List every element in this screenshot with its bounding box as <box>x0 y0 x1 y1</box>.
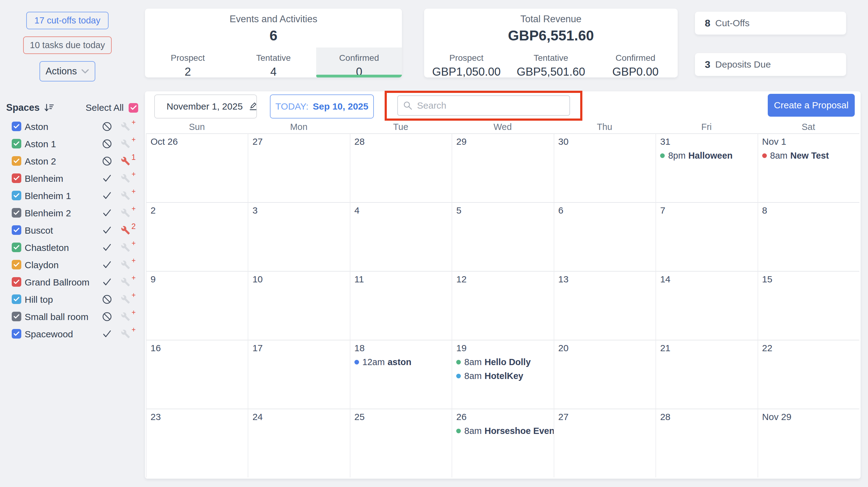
calendar-day-cell[interactable]: 3 <box>248 202 349 271</box>
space-checkbox[interactable] <box>12 295 21 304</box>
create-proposal-button[interactable]: Create a Proposal <box>768 94 855 117</box>
calendar-day-cell[interactable]: 13 <box>554 271 655 340</box>
calendar-day-cell[interactable]: Nov 29 <box>757 408 859 478</box>
space-row[interactable]: Claydon + <box>0 256 142 273</box>
calendar-day-cell[interactable]: 30 <box>554 133 655 202</box>
stat-confirmed[interactable]: Confirmed GBP0.00 <box>593 48 678 78</box>
calendar-day-cell[interactable]: 16 <box>146 340 248 408</box>
calendar-event[interactable]: 8am HotelKey <box>456 371 552 381</box>
calendar-day-cell[interactable]: 20 <box>554 340 655 408</box>
calendar-event[interactable]: 12am aston <box>354 357 450 367</box>
calendar-day-cell[interactable]: 24 <box>248 408 349 478</box>
calendar-day-cell[interactable]: 19 8am Hello Dolly 8am HotelKey <box>452 340 553 408</box>
space-checkbox[interactable] <box>12 139 21 148</box>
availability-check-icon[interactable] <box>102 173 112 184</box>
today-button[interactable]: TODAY: Sep 10, 2025 <box>270 94 374 119</box>
edit-date-icon[interactable] <box>248 101 259 112</box>
calendar-day-cell[interactable]: 8 <box>757 202 859 271</box>
actions-dropdown-button[interactable]: Actions <box>39 61 95 82</box>
ban-icon[interactable] <box>102 156 112 166</box>
calendar-event[interactable]: 8am Horseshoe Event <box>456 426 552 436</box>
calendar-day-cell[interactable]: 18 12am aston <box>350 340 452 408</box>
calendar-day-cell[interactable]: 21 <box>655 340 757 408</box>
space-checkbox[interactable] <box>12 329 21 339</box>
select-all-checkbox[interactable] <box>129 103 138 113</box>
space-row[interactable]: Blenheim + <box>0 170 142 187</box>
stat-confirmed-selected[interactable]: Confirmed 0 <box>316 48 402 78</box>
space-checkbox[interactable] <box>12 156 21 166</box>
wrench-icon[interactable]: 1 <box>121 156 131 166</box>
wrench-icon[interactable]: + <box>121 312 131 322</box>
calendar-day-cell[interactable]: 15 <box>757 271 859 340</box>
space-checkbox[interactable] <box>12 260 21 269</box>
wrench-icon[interactable]: + <box>121 139 131 149</box>
space-row[interactable]: Grand Ballroom + <box>0 273 142 291</box>
calendar-event[interactable]: 8am Hello Dolly <box>456 357 552 367</box>
wrench-icon[interactable]: + <box>121 191 131 201</box>
space-checkbox[interactable] <box>12 277 21 287</box>
calendar-day-cell[interactable]: 14 <box>655 271 757 340</box>
ban-icon[interactable] <box>102 139 112 149</box>
sort-icon[interactable] <box>44 103 54 112</box>
availability-check-icon[interactable] <box>102 329 112 339</box>
stat-prospect[interactable]: Prospect 2 <box>145 48 231 78</box>
calendar-day-cell[interactable]: 29 <box>452 133 553 202</box>
calendar-day-cell[interactable]: 26 8am Horseshoe Event <box>452 408 553 478</box>
space-checkbox[interactable] <box>12 122 21 131</box>
calendar-day-cell[interactable]: 2 <box>146 202 248 271</box>
calendar-day-cell[interactable]: 17 <box>248 340 349 408</box>
wrench-icon[interactable]: 2 <box>121 225 131 236</box>
wrench-icon[interactable]: + <box>121 295 131 305</box>
ban-icon[interactable] <box>102 121 112 132</box>
search-input[interactable] <box>417 100 569 111</box>
calendar-day-cell[interactable]: 6 <box>554 202 655 271</box>
space-row[interactable]: Small ball room + <box>0 308 142 325</box>
space-checkbox[interactable] <box>12 243 21 252</box>
space-checkbox[interactable] <box>12 191 21 200</box>
space-row[interactable]: Aston 2 1 <box>0 152 142 170</box>
stat-tentative[interactable]: Tentative 4 <box>231 48 316 78</box>
space-row[interactable]: Blenheim 2 + <box>0 204 142 221</box>
space-checkbox[interactable] <box>12 208 21 218</box>
space-row[interactable]: Blenheim 1 + <box>0 187 142 204</box>
calendar-day-cell[interactable]: 11 <box>350 271 452 340</box>
calendar-event[interactable]: 8pm Halloween <box>660 151 755 161</box>
calendar-day-cell[interactable]: 12 <box>452 271 553 340</box>
ban-icon[interactable] <box>102 311 112 322</box>
calendar-day-cell[interactable]: 5 <box>452 202 553 271</box>
calendar-day-cell[interactable]: 28 <box>350 133 452 202</box>
space-checkbox[interactable] <box>12 225 21 235</box>
space-row[interactable]: Hill top + <box>0 291 142 308</box>
availability-check-icon[interactable] <box>102 242 112 253</box>
wrench-icon[interactable]: + <box>121 208 131 218</box>
calendar-day-cell[interactable]: 27 <box>248 133 349 202</box>
calendar-day-cell[interactable]: Oct 26 <box>146 133 248 202</box>
calendar-day-cell[interactable]: 28 <box>655 408 757 478</box>
wrench-icon[interactable]: + <box>121 174 131 184</box>
calendar-day-cell[interactable]: 4 <box>350 202 452 271</box>
cutoffs-today-button[interactable]: 17 cut-offs today <box>26 12 108 29</box>
space-row[interactable]: Buscot 2 <box>0 221 142 239</box>
availability-check-icon[interactable] <box>102 260 112 270</box>
stat-prospect[interactable]: Prospect GBP1,050.00 <box>424 48 509 78</box>
calendar-day-cell[interactable]: 25 <box>350 408 452 478</box>
wrench-icon[interactable]: + <box>121 122 131 132</box>
availability-check-icon[interactable] <box>102 190 112 201</box>
calendar-day-cell[interactable]: 22 <box>757 340 859 408</box>
tasks-due-button[interactable]: 10 tasks due today <box>23 36 112 54</box>
availability-check-icon[interactable] <box>102 208 112 218</box>
calendar-day-cell[interactable]: 10 <box>248 271 349 340</box>
calendar-day-cell[interactable]: 27 <box>554 408 655 478</box>
stat-tentative[interactable]: Tentative GBP5,501.60 <box>509 48 593 78</box>
search-field[interactable] <box>397 95 570 116</box>
wrench-icon[interactable]: + <box>121 243 131 253</box>
space-checkbox[interactable] <box>12 174 21 183</box>
date-picker-button[interactable]: November 1, 2025 <box>154 94 257 119</box>
wrench-icon[interactable]: + <box>121 260 131 270</box>
space-checkbox[interactable] <box>12 312 21 321</box>
ban-icon[interactable] <box>102 294 112 305</box>
space-row[interactable]: Spacewood + <box>0 325 142 342</box>
calendar-day-cell[interactable]: 9 <box>146 271 248 340</box>
cutoffs-card[interactable]: 8 Cut-Offs <box>695 12 846 35</box>
calendar-day-cell[interactable]: Nov 1 8am New Test <box>757 133 859 202</box>
